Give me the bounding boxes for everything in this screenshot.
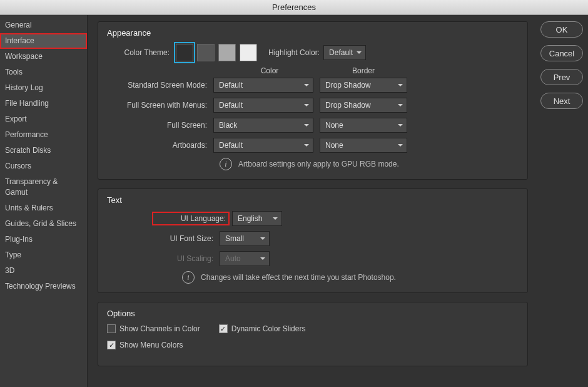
sidebar-item-tools[interactable]: Tools: [0, 64, 87, 80]
sidebar-item-file-handling[interactable]: File Handling: [0, 96, 87, 111]
sidebar-item-cursors[interactable]: Cursors: [0, 158, 87, 174]
prev-button[interactable]: Prev: [540, 69, 583, 85]
screen-mode-color-select-3[interactable]: Default: [213, 138, 313, 153]
text-info-text: Changes will take effect the next time y…: [201, 273, 396, 282]
ui-language-label: UI Language:: [153, 213, 228, 224]
sidebar-item-type[interactable]: Type: [0, 247, 87, 263]
screen-mode-label-2: Full Screen:: [107, 121, 213, 130]
ui-font-size-select[interactable]: Small: [220, 231, 270, 246]
sidebar-item-export[interactable]: Export: [0, 111, 87, 127]
appearance-panel: Appearance Color Theme: Highlight Color:…: [98, 21, 528, 180]
sidebar-item-transparency-gamut[interactable]: Transparency & Gamut: [0, 174, 87, 200]
show-channels-checkbox[interactable]: Show Channels in Color: [107, 324, 200, 333]
sidebar-item-performance[interactable]: Performance: [0, 127, 87, 143]
options-panel: Options Show Channels in Color ✓ Dynamic…: [98, 302, 528, 366]
appearance-title: Appearance: [107, 28, 519, 38]
screen-mode-color-select-1[interactable]: Default: [213, 98, 313, 113]
content-area: Appearance Color Theme: Highlight Color:…: [88, 15, 535, 387]
sidebar-item-interface[interactable]: Interface: [0, 33, 87, 49]
text-title: Text: [107, 195, 519, 205]
screen-mode-label-3: Artboards:: [107, 141, 213, 150]
sidebar-item-3d[interactable]: 3D: [0, 263, 87, 279]
ui-language-select[interactable]: English: [232, 211, 282, 226]
text-panel: Text UI Language: English UI Font Size: …: [98, 188, 528, 293]
info-icon: i: [220, 158, 232, 170]
dynamic-sliders-label: Dynamic Color Sliders: [231, 324, 306, 333]
next-button[interactable]: Next: [540, 93, 583, 109]
appearance-info-text: Artboard settings only apply to GPU RGB …: [238, 160, 399, 168]
dynamic-sliders-checkbox[interactable]: ✓ Dynamic Color Sliders: [219, 324, 306, 333]
sidebar: GeneralInterfaceWorkspaceToolsHistory Lo…: [0, 15, 88, 387]
ui-scaling-select: Auto: [220, 251, 270, 266]
col-header-color: Color: [220, 66, 320, 75]
screen-mode-color-select-2[interactable]: Black: [213, 118, 313, 133]
sidebar-item-general[interactable]: General: [0, 18, 87, 33]
color-theme-swatch-0[interactable]: [176, 44, 193, 61]
highlight-color-select[interactable]: Default: [323, 45, 366, 60]
sidebar-item-technology-previews[interactable]: Technology Previews: [0, 279, 87, 294]
screen-mode-border-select-0[interactable]: Drop Shadow: [320, 78, 407, 93]
ui-scaling-label: UI Scaling:: [144, 254, 220, 263]
color-theme-swatches: [176, 44, 257, 61]
screen-mode-color-select-0[interactable]: Default: [213, 78, 313, 93]
show-menu-colors-label: Show Menu Colors: [119, 341, 183, 349]
screen-mode-border-select-2[interactable]: None: [320, 118, 407, 133]
options-title: Options: [107, 309, 519, 318]
sidebar-item-units-rulers[interactable]: Units & Rulers: [0, 200, 87, 216]
sidebar-item-plug-ins[interactable]: Plug-Ins: [0, 232, 87, 247]
color-theme-swatch-3[interactable]: [240, 44, 257, 61]
screen-mode-headers: Color Border: [220, 66, 519, 75]
sidebar-item-scratch-disks[interactable]: Scratch Disks: [0, 143, 87, 158]
screen-mode-label-0: Standard Screen Mode:: [107, 81, 213, 90]
show-menu-colors-checkbox[interactable]: ✓ Show Menu Colors: [107, 341, 183, 349]
ok-button[interactable]: OK: [540, 21, 583, 38]
color-theme-swatch-1[interactable]: [197, 44, 215, 61]
dialog-buttons: OK Cancel Prev Next: [535, 15, 588, 387]
screen-mode-label-1: Full Screen with Menus:: [107, 101, 213, 110]
screen-mode-border-select-3[interactable]: None: [320, 138, 407, 153]
ui-font-size-label: UI Font Size:: [144, 234, 220, 243]
cancel-button[interactable]: Cancel: [540, 45, 583, 61]
info-icon: i: [182, 271, 195, 284]
sidebar-item-workspace[interactable]: Workspace: [0, 49, 87, 64]
screen-mode-border-select-1[interactable]: Drop Shadow: [320, 98, 407, 113]
highlight-color-label: Highlight Color:: [268, 48, 320, 57]
sidebar-item-history-log[interactable]: History Log: [0, 80, 87, 96]
window-title: Preferences: [0, 0, 588, 15]
color-theme-swatch-2[interactable]: [218, 44, 236, 61]
show-channels-label: Show Channels in Color: [119, 324, 200, 333]
col-header-border: Border: [320, 66, 407, 75]
color-theme-label: Color Theme:: [107, 48, 176, 57]
sidebar-item-guides-grid-slices[interactable]: Guides, Grid & Slices: [0, 216, 87, 232]
